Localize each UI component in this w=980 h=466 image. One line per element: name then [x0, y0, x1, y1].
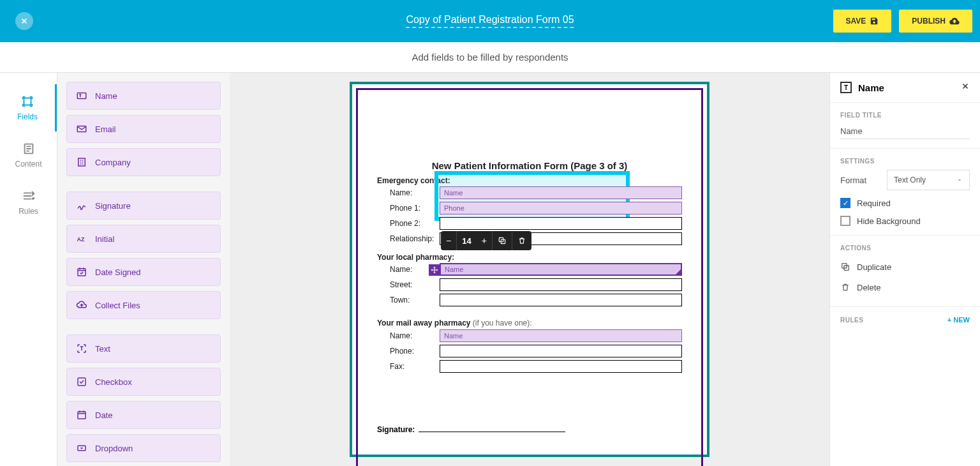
mailaway-phone-row: Phone:: [377, 343, 682, 359]
field-size-toolbar: − 14 +: [441, 231, 531, 250]
emergency-phone1-input[interactable]: Phone: [440, 202, 682, 214]
field-collect-files[interactable]: Collect Files: [66, 291, 221, 319]
field-date[interactable]: Date: [66, 401, 221, 429]
calendar-icon: [76, 409, 87, 421]
emergency-relationship-row: Relationship: − 14 +: [377, 231, 682, 246]
field-initial[interactable]: AZ Initial: [66, 225, 221, 253]
size-increase-button[interactable]: +: [477, 231, 493, 250]
copy-icon: [498, 236, 507, 245]
properties-panel: T Name FIELD TITLE SETTINGS Format Text …: [829, 73, 980, 466]
pharmacy-name-label: Name:: [377, 265, 434, 274]
settings-section: SETTINGS Format Text Only ✓ Required Hid…: [830, 149, 980, 236]
format-select[interactable]: Text Only: [887, 170, 970, 190]
fields-icon: [20, 94, 34, 109]
pharmacy-street-label: Street:: [377, 280, 434, 289]
nav-content[interactable]: Content: [0, 132, 57, 179]
left-nav: Fields Content Rules: [0, 73, 57, 466]
field-name[interactable]: Name: [66, 82, 221, 110]
field-dropdown[interactable]: Dropdown: [66, 434, 221, 462]
panel-header: T Name: [830, 73, 980, 103]
settings-label: SETTINGS: [840, 158, 970, 165]
duplicate-label: Duplicate: [857, 262, 891, 272]
close-icon: [20, 17, 29, 26]
move-icon: [431, 266, 438, 274]
panel-close-button[interactable]: [961, 82, 970, 93]
publish-button[interactable]: PUBLISH: [899, 10, 972, 33]
size-decrease-button[interactable]: −: [441, 231, 457, 250]
duplicate-action[interactable]: Duplicate: [840, 257, 970, 277]
mailaway-phone-input[interactable]: [440, 345, 682, 357]
emergency-name-label: Name:: [377, 188, 434, 197]
mailaway-name-input[interactable]: Name: [440, 329, 682, 342]
pharmacy-street-input[interactable]: [440, 278, 682, 291]
trash-icon: [517, 236, 526, 245]
pharmacy-street-row: Street:: [377, 277, 682, 292]
hide-bg-checkbox[interactable]: Hide Background: [840, 216, 970, 226]
nav-rules[interactable]: Rules: [0, 179, 57, 226]
field-dropdown-label: Dropdown: [95, 444, 133, 453]
field-group-identity: Name Email Company: [66, 82, 221, 176]
pharmacy-town-row: Town:: [377, 292, 682, 308]
field-text[interactable]: Text: [66, 334, 221, 363]
field-checkbox[interactable]: Checkbox: [66, 368, 221, 396]
initial-icon: AZ: [76, 233, 87, 244]
field-group-signing: Signature AZ Initial Date Signed Collect…: [66, 192, 221, 319]
nav-rules-label: Rules: [19, 207, 38, 216]
publish-label: PUBLISH: [912, 17, 946, 26]
field-title-label: FIELD TITLE: [840, 112, 970, 119]
field-checkbox-label: Checkbox: [95, 377, 132, 387]
duplicate-field-button[interactable]: [493, 231, 512, 250]
text-field-icon: T: [840, 82, 852, 93]
field-date-label: Date: [95, 410, 112, 420]
svg-rect-0: [24, 98, 31, 105]
field-email[interactable]: Email: [66, 115, 221, 143]
delete-field-button[interactable]: [512, 231, 531, 250]
field-signature[interactable]: Signature: [66, 192, 221, 220]
emergency-title: Emergency contact:: [377, 176, 682, 185]
rules-icon: [22, 189, 36, 203]
delete-action[interactable]: Delete: [840, 277, 970, 297]
emergency-phone1-label: Phone 1:: [377, 204, 434, 213]
svg-rect-8: [78, 412, 85, 419]
emergency-phone1-row: Phone 1: Phone: [377, 200, 682, 216]
svg-rect-4: [78, 158, 85, 166]
save-button[interactable]: SAVE: [833, 10, 892, 33]
document-title[interactable]: Copy of Patient Registration Form 05: [406, 14, 574, 28]
required-checkbox[interactable]: ✓ Required: [840, 198, 970, 208]
pharmacy-town-input[interactable]: [440, 294, 682, 306]
new-rule-button[interactable]: + NEW: [947, 316, 970, 324]
field-company[interactable]: Company: [66, 148, 221, 176]
mailaway-fax-row: Fax:: [377, 359, 682, 374]
emergency-section: Emergency contact: Name: Name Phone 1: P…: [377, 176, 682, 246]
nav-fields-label: Fields: [17, 112, 38, 121]
canvas[interactable]: New Patient Information Form (Page 3 of …: [230, 73, 829, 466]
svg-rect-6: [78, 269, 85, 276]
mailaway-fax-input[interactable]: [440, 360, 682, 373]
size-value: 14: [457, 236, 476, 246]
actions-section: ACTIONS Duplicate Delete: [830, 236, 980, 307]
field-name-label: Name: [95, 91, 117, 101]
format-value: Text Only: [894, 176, 926, 184]
close-button[interactable]: [15, 12, 33, 30]
mailaway-title-wrap: Your mail away pharmacy (if you have one…: [377, 317, 682, 328]
fields-panel: Name Email Company Signature AZ Initial: [57, 73, 230, 466]
field-title-section: FIELD TITLE: [830, 103, 980, 149]
nav-fields[interactable]: Fields: [0, 84, 57, 132]
field-title-input[interactable]: [840, 124, 970, 139]
emergency-relationship-label: Relationship:: [377, 234, 434, 243]
header-actions: SAVE PUBLISH: [833, 10, 972, 33]
format-label: Format: [840, 176, 866, 185]
top-header: Copy of Patient Registration Form 05 SAV…: [0, 0, 980, 42]
pharmacy-title: Your local pharmacy:: [377, 253, 682, 262]
close-icon: [961, 82, 970, 91]
calendar-check-icon: [76, 266, 87, 278]
field-company-label: Company: [95, 158, 131, 167]
panel-title: Name: [858, 82, 954, 93]
mailaway-title: Your mail away pharmacy: [377, 319, 471, 327]
pharmacy-name-input[interactable]: Name: [440, 263, 682, 276]
emergency-phone2-input[interactable]: [440, 217, 682, 230]
move-handle[interactable]: [429, 264, 440, 276]
emergency-name-input[interactable]: Name: [440, 186, 682, 199]
field-date-signed[interactable]: Date Signed: [66, 258, 221, 286]
field-email-label: Email: [95, 124, 116, 134]
